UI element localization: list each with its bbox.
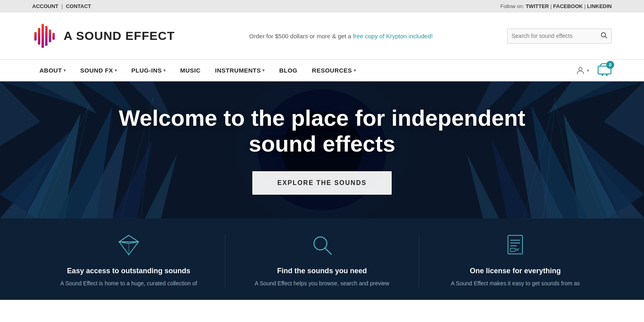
diamond-icon bbox=[40, 235, 217, 260]
follow-text: Follow on: bbox=[500, 3, 526, 9]
nav-left: ABOUT ▾ SOUND FX ▾ PLUG-INS ▾ MUSIC INST… bbox=[32, 60, 363, 81]
feature-desc-diamond: A Sound Effect is home to a huge, curate… bbox=[40, 279, 217, 288]
nav-item-music[interactable]: MUSIC bbox=[173, 60, 208, 81]
logo-area[interactable]: A SOUND EFFECT bbox=[32, 20, 175, 52]
svg-rect-1 bbox=[38, 28, 40, 45]
document-icon bbox=[427, 235, 604, 260]
svg-rect-5 bbox=[52, 33, 55, 40]
svg-rect-3 bbox=[45, 26, 47, 46]
search-input[interactable] bbox=[512, 33, 600, 39]
hero-section: Welcome to the place for independent sou… bbox=[0, 81, 644, 218]
nav-item-plugins[interactable]: PLUG-INS ▾ bbox=[124, 60, 173, 81]
header-tagline: Order for $500 dollars or more & get a f… bbox=[175, 33, 507, 39]
nav-item-blog[interactable]: BLOG bbox=[272, 60, 305, 81]
svg-line-7 bbox=[605, 36, 607, 38]
chevron-down-icon: ▾ bbox=[115, 68, 117, 73]
svg-rect-4 bbox=[49, 29, 51, 42]
nav-item-soundfx[interactable]: SOUND FX ▾ bbox=[73, 60, 124, 81]
nav-right: ▾ 0 bbox=[576, 63, 612, 78]
cart-count-badge: 0 bbox=[606, 61, 614, 69]
feature-desc-search: A Sound Effect helps you browse, search … bbox=[233, 279, 410, 288]
user-icon bbox=[576, 66, 585, 75]
chevron-down-icon: ▾ bbox=[262, 68, 265, 73]
main-nav: ABOUT ▾ SOUND FX ▾ PLUG-INS ▾ MUSIC INST… bbox=[0, 60, 644, 81]
krypton-link[interactable]: free copy of Krypton included! bbox=[353, 33, 433, 39]
logo-icon bbox=[32, 20, 60, 52]
feature-item-diamond: Easy access to outstanding sounds A Soun… bbox=[32, 235, 225, 288]
hero-content: Welcome to the place for independent sou… bbox=[119, 105, 525, 195]
logo-text: A SOUND EFFECT bbox=[64, 29, 175, 43]
contact-link[interactable]: CONTACT bbox=[66, 3, 91, 9]
feature-item-license: One license for everything A Sound Effec… bbox=[419, 235, 612, 288]
linkedin-link[interactable]: LINKEDIN bbox=[587, 3, 612, 9]
top-bar: ACCOUNT | CONTACT Follow on: TWITTER | F… bbox=[0, 0, 644, 12]
explore-sounds-button[interactable]: EXPLORE THE SOUNDS bbox=[252, 171, 392, 195]
search-bar[interactable] bbox=[507, 29, 612, 44]
search-button[interactable] bbox=[600, 31, 607, 41]
feature-desc-license: A Sound Effect makes it easy to get soun… bbox=[427, 279, 604, 288]
top-bar-right: Follow on: TWITTER | FACEBOOK | LINKEDIN bbox=[500, 3, 612, 9]
chevron-down-icon: ▾ bbox=[163, 68, 166, 73]
nav-item-resources[interactable]: RESOURCES ▾ bbox=[305, 60, 363, 81]
feature-item-search: Find the sounds you need A Sound Effect … bbox=[225, 235, 418, 288]
svg-rect-2 bbox=[41, 24, 44, 48]
svg-rect-54 bbox=[510, 248, 515, 251]
svg-rect-0 bbox=[34, 32, 37, 41]
svg-point-10 bbox=[601, 74, 603, 76]
nav-item-about[interactable]: ABOUT ▾ bbox=[32, 60, 73, 81]
user-account-button[interactable]: ▾ bbox=[576, 66, 589, 75]
search-icon bbox=[600, 31, 607, 39]
header: A SOUND EFFECT Order for $500 dollars or… bbox=[0, 12, 644, 60]
feature-title-search: Find the sounds you need bbox=[233, 267, 410, 275]
top-bar-left: ACCOUNT | CONTACT bbox=[32, 3, 91, 9]
feature-title-license: One license for everything bbox=[427, 267, 604, 275]
hero-title: Welcome to the place for independent sou… bbox=[119, 105, 525, 157]
feature-title-diamond: Easy access to outstanding sounds bbox=[40, 267, 217, 275]
chevron-down-icon: ▾ bbox=[354, 68, 356, 73]
nav-item-instruments[interactable]: INSTRUMENTS ▾ bbox=[208, 60, 272, 81]
svg-point-8 bbox=[579, 67, 582, 71]
search-feature-icon bbox=[233, 235, 410, 260]
chevron-down-icon: ▾ bbox=[64, 68, 66, 73]
features-bar: Easy access to outstanding sounds A Soun… bbox=[0, 218, 644, 300]
cart-button[interactable]: 0 bbox=[597, 63, 612, 78]
account-link[interactable]: ACCOUNT bbox=[32, 3, 58, 9]
separator1: | bbox=[62, 3, 63, 9]
facebook-link[interactable]: FACEBOOK bbox=[553, 3, 583, 9]
svg-line-49 bbox=[325, 248, 331, 254]
twitter-link[interactable]: TWITTER bbox=[526, 3, 549, 9]
svg-point-11 bbox=[606, 74, 607, 76]
